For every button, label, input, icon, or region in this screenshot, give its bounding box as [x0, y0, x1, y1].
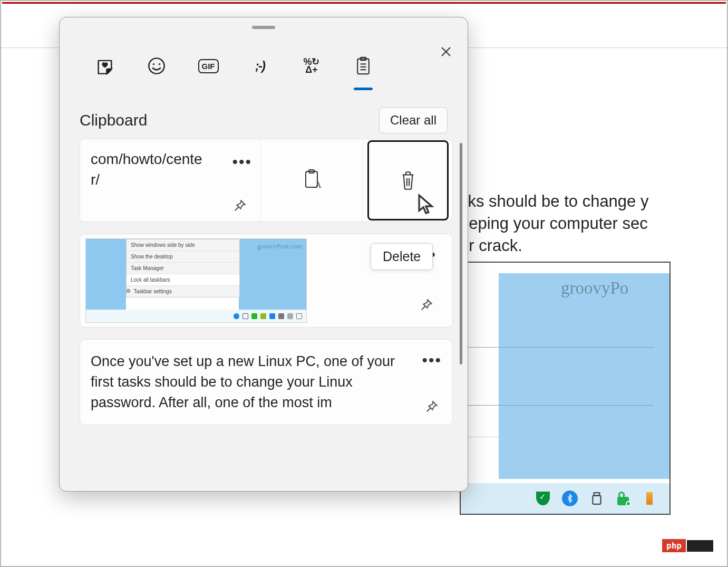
clipboard-icon — [354, 56, 373, 75]
thumb-menu-item: ⚙ Taskbar settings — [127, 286, 239, 297]
thumbnail-watermark: groovyPost.com — [257, 242, 302, 251]
thumb-menu-item: Task Manager — [127, 263, 239, 274]
pin-icon — [419, 297, 433, 312]
paste-as-text-button[interactable]: A — [260, 139, 363, 222]
svg-point-2 — [149, 58, 164, 73]
security-shield-icon — [536, 491, 550, 506]
trash-icon — [399, 169, 418, 191]
pin-icon — [424, 399, 439, 414]
clipboard-panel: GIF ;-) %↻Δ+ Clipboard Clear all — [59, 17, 468, 492]
bg-text-line: or crack. — [460, 235, 648, 257]
background-watermark: groovyPo — [561, 278, 628, 298]
pin-button[interactable] — [424, 399, 440, 415]
tab-kaomoji[interactable]: ;-) — [248, 54, 271, 78]
php-badge: php — [662, 539, 686, 552]
svg-rect-1 — [593, 496, 600, 504]
cursor-icon — [416, 194, 435, 216]
svg-point-4 — [159, 63, 160, 65]
svg-text:A: A — [315, 180, 321, 189]
pin-icon — [232, 198, 247, 213]
delete-button[interactable] — [367, 140, 449, 220]
tab-stickers[interactable] — [93, 54, 117, 78]
background-screenshot: groovyPo — [460, 262, 671, 515]
clipboard-item[interactable]: Once you've set up a new Linux PC, one o… — [80, 339, 453, 425]
tray-misc-icon — [642, 491, 657, 506]
clipboard-items: com/howto/center/ ••• A — [60, 139, 468, 491]
scrollbar[interactable] — [460, 143, 462, 364]
section-title: Clipboard — [80, 111, 147, 129]
bg-text-line: sks should be to change y — [460, 190, 648, 213]
tab-symbols[interactable]: %↻Δ+ — [300, 54, 323, 78]
kaomoji-icon: ;-) — [255, 59, 265, 73]
close-button[interactable] — [435, 41, 457, 63]
site-watermark: php — [662, 539, 713, 552]
clear-all-button[interactable]: Clear all — [379, 107, 448, 133]
tab-gif[interactable]: GIF — [197, 54, 220, 78]
gif-icon: GIF — [198, 59, 219, 73]
sticker-heart-icon — [95, 56, 114, 75]
clipboard-text: Once you've set up a new Linux PC, one o… — [91, 351, 415, 413]
more-options-button[interactable]: ••• — [422, 351, 442, 369]
clipboard-image-thumbnail: groovyPost.com Show windows side by side… — [85, 238, 307, 323]
tab-clipboard[interactable] — [352, 54, 375, 78]
delete-tooltip: Delete — [371, 243, 433, 270]
thumb-menu-item: Lock all taskbars — [127, 274, 239, 286]
clipboard-item-text-cell: com/howto/center/ ••• — [80, 139, 260, 222]
thumb-menu-item: Show windows side by side — [127, 239, 239, 251]
svg-point-3 — [153, 63, 154, 65]
thumb-menu-item: Show the desktop — [127, 251, 239, 263]
window-top-accent — [2, 2, 726, 4]
lock-status-icon — [616, 491, 630, 506]
paste-as-text-icon: A — [303, 169, 321, 190]
pin-button[interactable] — [232, 198, 248, 214]
tab-emoji[interactable] — [145, 54, 168, 78]
pin-button[interactable] — [419, 297, 434, 313]
bg-text-line: eeping your computer sec — [460, 213, 648, 235]
input-tabs: GIF ;-) %↻Δ+ — [60, 29, 468, 78]
bluetooth-icon — [562, 491, 578, 506]
close-icon — [440, 45, 452, 58]
thumbnail-context-menu: Show windows side by side Show the deskt… — [126, 239, 240, 297]
emoji-icon — [147, 56, 166, 75]
watermark-bar — [687, 540, 713, 552]
clipboard-item[interactable]: com/howto/center/ ••• A — [80, 139, 453, 222]
usb-drive-icon — [589, 491, 604, 506]
taskbar — [461, 483, 669, 514]
clipboard-text: com/howto/center/ — [91, 149, 250, 190]
symbols-icon: %↻Δ+ — [303, 58, 319, 74]
background-article-text: sks should be to change y eeping your co… — [460, 190, 648, 257]
more-options-button[interactable]: ••• — [232, 153, 252, 171]
